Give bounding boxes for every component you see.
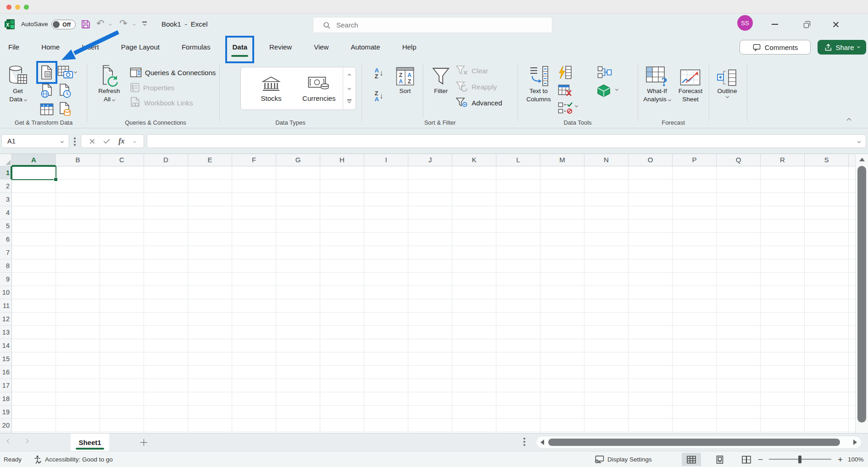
next-sheet-icon[interactable]	[24, 439, 29, 444]
zoom-slider-handle[interactable]	[798, 456, 801, 463]
zoom-level[interactable]: 100%	[848, 451, 864, 467]
from-web-button[interactable]	[39, 82, 55, 100]
customize-quick-access-toolbar-button[interactable]	[142, 22, 147, 25]
view-page-break-button[interactable]	[737, 453, 756, 466]
row-header-13[interactable]: 13	[0, 326, 11, 339]
formula-expand-icon[interactable]	[857, 139, 861, 143]
account-avatar[interactable]: SS	[737, 15, 753, 31]
minimize-traffic-light[interactable]	[15, 5, 20, 10]
add-sheet-button[interactable]	[140, 439, 147, 446]
recent-sources-button[interactable]	[57, 82, 73, 100]
row-header-9[interactable]: 9	[0, 273, 11, 286]
close-traffic-light[interactable]	[6, 5, 11, 10]
fx-dropdown-icon[interactable]	[133, 139, 136, 143]
column-header-A[interactable]: A	[12, 154, 56, 166]
row-header-17[interactable]: 17	[0, 379, 11, 392]
column-header-R[interactable]: R	[761, 154, 805, 166]
data-validation-button[interactable]	[557, 99, 573, 117]
zoom-in-button[interactable]: +	[838, 451, 843, 467]
collapse-ribbon-button[interactable]	[844, 116, 853, 124]
column-header-N[interactable]: N	[584, 154, 629, 166]
column-header-B[interactable]: B	[56, 154, 100, 166]
consolidate-button[interactable]	[596, 63, 613, 82]
tab-formulas[interactable]: Formulas	[181, 35, 211, 60]
formula-input[interactable]	[147, 134, 866, 148]
row-header-1[interactable]: 1	[0, 166, 11, 180]
row-header-3[interactable]: 3	[0, 193, 11, 206]
tab-page-layout[interactable]: Page Layout	[120, 35, 161, 60]
from-text-csv-button[interactable]	[39, 63, 55, 82]
tab-review[interactable]: Review	[268, 35, 293, 60]
column-header-P[interactable]: P	[673, 154, 717, 166]
formula-bar-drag-handle[interactable]	[74, 137, 76, 139]
data-validation-dropdown-icon[interactable]	[575, 104, 578, 107]
tab-automate[interactable]: Automate	[350, 35, 381, 60]
get-data-button[interactable]: Get Data	[4, 61, 32, 109]
text-to-columns-button[interactable]: Text to Columns	[523, 61, 554, 109]
minimize-button[interactable]	[769, 17, 781, 31]
restore-button[interactable]	[800, 17, 812, 31]
undo-button[interactable]: ↶	[96, 19, 105, 28]
scroll-up-icon[interactable]	[859, 158, 865, 161]
row-header-5[interactable]: 5	[0, 220, 11, 233]
column-header-D[interactable]: D	[144, 154, 188, 166]
tab-view[interactable]: View	[313, 35, 329, 60]
maximize-traffic-light[interactable]	[24, 5, 29, 10]
filter-button[interactable]: Filter	[428, 61, 454, 109]
column-header-Q[interactable]: Q	[717, 154, 761, 166]
view-normal-button[interactable]	[682, 453, 701, 466]
sort-ascending-button[interactable]: AZ	[371, 64, 387, 82]
row-header-19[interactable]: 19	[0, 406, 11, 419]
row-header-14[interactable]: 14	[0, 339, 11, 352]
gallery-scroll-down-icon[interactable]	[348, 87, 351, 90]
tab-help[interactable]: Help	[401, 35, 417, 60]
comments-button[interactable]: Comments	[740, 40, 811, 55]
data-model-button[interactable]	[595, 82, 612, 100]
from-table-range-button[interactable]	[39, 100, 55, 118]
close-button[interactable]	[829, 17, 841, 31]
column-header-E[interactable]: E	[188, 154, 232, 166]
currencies-button[interactable]: Currencies	[295, 67, 343, 110]
row-header-18[interactable]: 18	[0, 392, 11, 406]
data-model-dropdown-icon[interactable]	[615, 88, 618, 91]
tab-home[interactable]: Home	[40, 35, 61, 60]
scroll-right-icon[interactable]	[853, 440, 857, 445]
row-header-7[interactable]: 7	[0, 246, 11, 259]
tab-data[interactable]: Data	[231, 35, 248, 60]
name-box-dropdown-icon[interactable]	[61, 139, 64, 143]
sort-button[interactable]: ZAAZ Sort	[391, 61, 419, 109]
horizontal-scrollbar-thumb[interactable]	[548, 439, 840, 446]
previous-sheet-icon[interactable]	[7, 439, 11, 444]
forecast-sheet-button[interactable]: Forecast Sheet	[675, 61, 706, 109]
cancel-icon[interactable]	[89, 138, 95, 144]
column-header-M[interactable]: M	[540, 154, 584, 166]
flash-fill-button[interactable]	[557, 63, 573, 82]
search-bar[interactable]	[313, 17, 552, 33]
row-header-12[interactable]: 12	[0, 313, 11, 326]
redo-button[interactable]: ↷	[119, 19, 128, 28]
existing-connections-button[interactable]	[57, 100, 73, 118]
row-header-20[interactable]: 20	[0, 419, 11, 432]
column-header-F[interactable]: F	[232, 154, 276, 166]
column-header-K[interactable]: K	[452, 154, 496, 166]
undo-dropdown-icon[interactable]	[109, 22, 112, 26]
zoom-out-button[interactable]: −	[758, 451, 763, 467]
row-header-8[interactable]: 8	[0, 259, 11, 273]
stocks-button[interactable]: Stocks	[247, 67, 295, 110]
cells-area[interactable]	[12, 166, 855, 433]
search-input[interactable]	[336, 21, 529, 29]
row-header-6[interactable]: 6	[0, 233, 11, 246]
outline-button[interactable]: Outline	[712, 61, 742, 109]
column-header-partial[interactable]	[849, 154, 855, 166]
column-header-O[interactable]: O	[629, 154, 673, 166]
view-page-layout-button[interactable]	[710, 453, 729, 466]
row-header-10[interactable]: 10	[0, 286, 11, 299]
enter-icon[interactable]	[104, 137, 110, 143]
save-button[interactable]	[81, 19, 91, 29]
redo-dropdown-icon[interactable]	[133, 22, 136, 26]
advanced-filter-button[interactable]: Advanced	[456, 96, 502, 109]
row-header-16[interactable]: 16	[0, 366, 11, 379]
scroll-left-icon[interactable]	[540, 440, 544, 445]
sheetbar-drag-handle[interactable]	[523, 438, 525, 440]
gallery-scroll-up-icon[interactable]	[348, 74, 351, 77]
